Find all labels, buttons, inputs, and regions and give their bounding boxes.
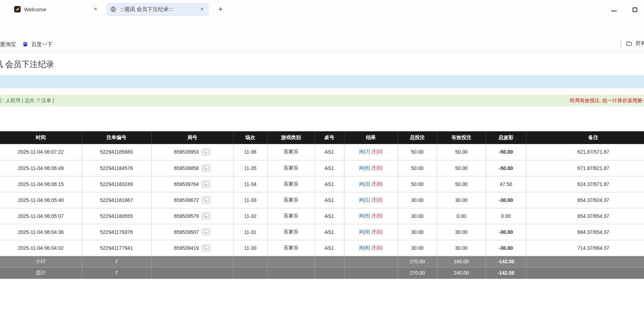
- table-row: 2025-11-04 06:06:15522941183249659539764…: [0, 176, 644, 192]
- cell-bet-id: 522941185880: [82, 144, 151, 160]
- round-id-value: 659539507: [174, 229, 199, 235]
- cell-total-bet[interactable]: 50.00: [398, 144, 437, 160]
- cell-valid-bet: 30.00: [437, 224, 486, 240]
- replay-video-icon[interactable]: [201, 164, 211, 172]
- replay-video-icon[interactable]: [201, 244, 211, 252]
- cell-total-bet[interactable]: 30.00: [398, 208, 437, 224]
- result-player: 闲(6): [359, 165, 370, 171]
- cell-total-bet[interactable]: 50.00: [398, 160, 437, 176]
- cell-time: 2025-11-04 06:06:49: [0, 160, 82, 176]
- result-banker: 庄(0): [371, 165, 382, 171]
- total-payout: -142.50: [486, 267, 526, 279]
- window-maximize-button[interactable]: [633, 7, 637, 12]
- replay-video-icon[interactable]: [201, 148, 211, 156]
- cell-session: 11-36: [233, 144, 267, 160]
- replay-video-icon[interactable]: [201, 196, 211, 204]
- column-header-0: 时间: [0, 131, 82, 144]
- cell-note: 654.37/624.37: [526, 192, 644, 208]
- cell-total-bet[interactable]: 50.00: [398, 176, 437, 192]
- cell-result: 闲(7) 庄(0): [344, 144, 398, 160]
- cell-bet-id: 522941179376: [82, 224, 151, 240]
- result-banker: 庄(5): [371, 213, 382, 219]
- new-tab-button[interactable]: +: [216, 5, 225, 14]
- round-id-wrap: 659539764: [174, 180, 211, 188]
- tab-welcome[interactable]: Welcome ×: [11, 3, 102, 16]
- globe-icon: [110, 6, 116, 12]
- cell-round-id: 659539672: [151, 192, 233, 208]
- empty-cell: [526, 256, 644, 267]
- empty-cell: [315, 256, 344, 267]
- cell-payout: 47.50: [486, 176, 526, 192]
- cell-table-id: AS1: [315, 192, 344, 208]
- bookmark-aitaobao[interactable]: 爱淘宝: [0, 40, 16, 49]
- cell-bet-id: 522941183249: [82, 176, 151, 192]
- notice-text: 同局有效投注, 统一计算在该局第一张注单: [570, 95, 644, 106]
- cell-time: 2025-11-04 06:07:22: [0, 144, 82, 160]
- replay-video-icon[interactable]: [201, 180, 211, 188]
- bookmark-label: 爱淘宝: [0, 41, 16, 48]
- column-header-2: 局号: [151, 131, 233, 144]
- cell-bet-id: 522941184576: [82, 160, 151, 176]
- round-id-value: 659539764: [174, 181, 199, 187]
- cell-bet-id: 522941177941: [82, 240, 151, 256]
- column-header-5: 桌号: [315, 131, 344, 144]
- cell-time: 2025-11-04 06:05:07: [0, 208, 82, 224]
- bookmark-baidu[interactable]: 百度一下: [22, 40, 53, 49]
- round-id-wrap: 659539419: [174, 244, 211, 252]
- empty-cell: [267, 267, 315, 279]
- total-count: 7: [82, 267, 151, 279]
- cell-total-bet[interactable]: 30.00: [398, 240, 437, 256]
- result-banker: 庄(3): [371, 197, 382, 203]
- tab-close-icon[interactable]: ×: [92, 6, 99, 12]
- replay-video-icon[interactable]: [201, 228, 211, 236]
- cell-table-id: AS1: [315, 208, 344, 224]
- round-id-value: 659539672: [174, 197, 199, 203]
- cell-total-bet[interactable]: 30.00: [398, 224, 437, 240]
- browser-toolbar: 66cxkj98.com/ipl/portal.php/game/betreco…: [0, 17, 644, 37]
- all-bookmarks-button[interactable]: 所有书签: [626, 40, 644, 47]
- table-row: 2025-11-04 06:05:40522941181867659539672…: [0, 192, 644, 208]
- summary-bar: 币别 : 人民币 | 总共 :7 注单 | 同局有效投注, 统一计算在该局第一张…: [0, 95, 644, 106]
- result-player: 闲(3): [359, 181, 370, 187]
- cell-result: 闲(1) 庄(3): [344, 192, 398, 208]
- cell-note: 621.87/571.87: [526, 144, 644, 160]
- column-header-3: 场次: [233, 131, 267, 144]
- empty-cell: [151, 256, 233, 267]
- tab-strip: Welcome × :::视讯 会员下注纪录::: × +: [0, 0, 644, 17]
- round-id-wrap: 659539507: [174, 228, 211, 236]
- cell-session: 11-30: [233, 240, 267, 256]
- total-label: 总计: [0, 267, 82, 279]
- round-id-wrap: 659539953: [174, 148, 211, 156]
- baidu-paw-icon: [22, 41, 28, 48]
- column-header-6: 结果: [344, 131, 398, 144]
- table-row: 2025-11-04 06:04:36522941179376659539507…: [0, 224, 644, 240]
- cell-time: 2025-11-04 06:04:02: [0, 240, 82, 256]
- tab-close-icon[interactable]: ×: [199, 6, 205, 12]
- column-header-1: 注单编号: [82, 131, 151, 144]
- table-row: 2025-11-04 06:05:07522941180555659539579…: [0, 208, 644, 224]
- replay-video-icon[interactable]: [201, 212, 211, 220]
- cell-valid-bet: 0.00: [437, 208, 486, 224]
- cell-note: 671.87/621.87: [526, 160, 644, 176]
- tab-bet-records[interactable]: :::视讯 会员下注纪录::: ×: [107, 3, 209, 16]
- cell-valid-bet: 50.00: [437, 144, 486, 160]
- subtotal-total-bet: 270.00: [398, 256, 437, 267]
- empty-cell: [315, 267, 344, 279]
- window-minimize-button[interactable]: [611, 11, 617, 11]
- cell-round-id: 659539764: [151, 176, 233, 192]
- cell-table-id: AS1: [315, 224, 344, 240]
- currency-summary-container: 币别 : 人民币 | 总共 :7 注单 |: [0, 95, 107, 106]
- result-banker: 庄(0): [371, 229, 382, 235]
- cell-game-type: 百家乐: [267, 208, 315, 224]
- bookmark-label: 百度一下: [31, 41, 53, 48]
- round-id-wrap: 659539579: [174, 212, 211, 220]
- empty-cell: [233, 267, 267, 279]
- cell-note: 624.37/671.87: [526, 176, 644, 192]
- cell-round-id: 659539507: [151, 224, 233, 240]
- filter-bar: 选择: 日期查询 游戏类别 百家乐 时间区间: 2025-11-04 ~ 202…: [0, 75, 644, 88]
- total-valid-bet: 240.00: [437, 267, 486, 279]
- round-id-value: 659539953: [174, 149, 199, 155]
- table-row: 2025-11-04 06:04:02522941177941659539419…: [0, 240, 644, 256]
- result-player: 闲(6): [359, 245, 370, 251]
- cell-total-bet[interactable]: 30.00: [398, 192, 437, 208]
